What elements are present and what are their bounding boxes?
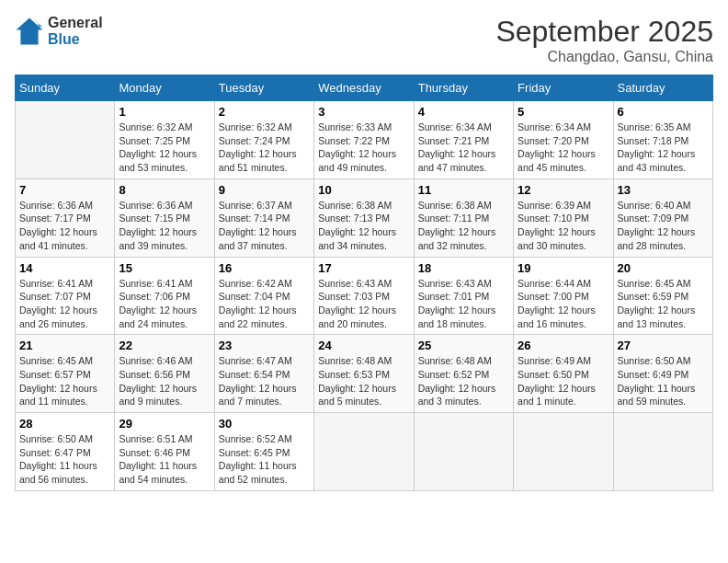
day-info: Sunrise: 6:42 AMSunset: 7:04 PMDaylight:… — [219, 277, 310, 331]
calendar-cell: 10Sunrise: 6:38 AMSunset: 7:13 PMDayligh… — [314, 178, 414, 257]
calendar-cell — [414, 413, 513, 491]
calendar-cell: 12Sunrise: 6:39 AMSunset: 7:10 PMDayligh… — [514, 178, 613, 257]
calendar-cell: 8Sunrise: 6:36 AMSunset: 7:15 PMDaylight… — [115, 178, 214, 257]
day-info: Sunrise: 6:35 AMSunset: 7:18 PMDaylight:… — [618, 121, 709, 175]
calendar-cell: 24Sunrise: 6:48 AMSunset: 6:53 PMDayligh… — [314, 335, 414, 413]
day-number: 9 — [219, 183, 310, 197]
calendar-cell: 2Sunrise: 6:32 AMSunset: 7:24 PMDaylight… — [214, 101, 313, 179]
calendar-cell: 28Sunrise: 6:50 AMSunset: 6:47 PMDayligh… — [16, 413, 115, 491]
column-header-friday: Friday — [514, 75, 613, 101]
calendar-cell — [514, 413, 613, 491]
column-header-tuesday: Tuesday — [214, 75, 313, 101]
day-info: Sunrise: 6:48 AMSunset: 6:53 PMDaylight:… — [318, 354, 409, 408]
calendar-cell: 5Sunrise: 6:34 AMSunset: 7:20 PMDaylight… — [514, 101, 613, 179]
day-number: 7 — [19, 183, 110, 197]
day-number: 30 — [219, 417, 310, 431]
calendar-cell: 19Sunrise: 6:44 AMSunset: 7:00 PMDayligh… — [514, 257, 613, 335]
day-info: Sunrise: 6:50 AMSunset: 6:49 PMDaylight:… — [618, 354, 709, 408]
day-info: Sunrise: 6:34 AMSunset: 7:21 PMDaylight:… — [418, 121, 509, 175]
location: Changdao, Gansu, China — [495, 49, 713, 65]
column-header-saturday: Saturday — [613, 75, 712, 101]
week-row-4: 21Sunrise: 6:45 AMSunset: 6:57 PMDayligh… — [16, 335, 713, 413]
day-info: Sunrise: 6:41 AMSunset: 7:06 PMDaylight:… — [119, 277, 210, 331]
day-info: Sunrise: 6:40 AMSunset: 7:09 PMDaylight:… — [618, 199, 709, 253]
calendar-header-row: SundayMondayTuesdayWednesdayThursdayFrid… — [16, 75, 713, 101]
calendar-cell — [613, 413, 712, 491]
day-number: 27 — [618, 339, 709, 352]
day-number: 26 — [518, 339, 609, 352]
page-header: General Blue September 2025 Changdao, Ga… — [15, 15, 713, 65]
calendar-cell: 20Sunrise: 6:45 AMSunset: 6:59 PMDayligh… — [613, 257, 712, 335]
calendar-cell: 18Sunrise: 6:43 AMSunset: 7:01 PMDayligh… — [414, 257, 513, 335]
day-number: 23 — [219, 339, 310, 352]
day-info: Sunrise: 6:50 AMSunset: 6:47 PMDaylight:… — [19, 432, 110, 487]
day-number: 21 — [19, 339, 110, 352]
calendar-cell: 26Sunrise: 6:49 AMSunset: 6:50 PMDayligh… — [514, 335, 613, 413]
logo-text: General Blue — [48, 15, 103, 48]
logo: General Blue — [15, 15, 103, 48]
month-title: September 2025 — [495, 15, 713, 49]
day-number: 2 — [219, 105, 310, 119]
column-header-monday: Monday — [115, 75, 214, 101]
day-info: Sunrise: 6:32 AMSunset: 7:25 PMDaylight:… — [119, 121, 210, 175]
day-number: 10 — [318, 183, 409, 197]
day-info: Sunrise: 6:51 AMSunset: 6:46 PMDaylight:… — [119, 432, 210, 487]
day-number: 17 — [318, 261, 409, 275]
day-number: 14 — [19, 261, 110, 275]
calendar-cell: 3Sunrise: 6:33 AMSunset: 7:22 PMDaylight… — [314, 101, 414, 179]
calendar-cell: 1Sunrise: 6:32 AMSunset: 7:25 PMDaylight… — [115, 101, 214, 179]
day-info: Sunrise: 6:38 AMSunset: 7:11 PMDaylight:… — [418, 199, 509, 253]
column-header-thursday: Thursday — [414, 75, 513, 101]
day-number: 28 — [19, 417, 110, 431]
calendar-cell: 29Sunrise: 6:51 AMSunset: 6:46 PMDayligh… — [115, 413, 214, 491]
calendar-cell: 23Sunrise: 6:47 AMSunset: 6:54 PMDayligh… — [214, 335, 313, 413]
calendar-table: SundayMondayTuesdayWednesdayThursdayFrid… — [15, 75, 713, 491]
day-number: 22 — [119, 339, 210, 352]
calendar-cell: 16Sunrise: 6:42 AMSunset: 7:04 PMDayligh… — [214, 257, 313, 335]
day-number: 29 — [119, 417, 210, 431]
column-header-sunday: Sunday — [16, 75, 115, 101]
day-info: Sunrise: 6:41 AMSunset: 7:07 PMDaylight:… — [19, 277, 110, 331]
day-number: 8 — [119, 183, 210, 197]
calendar-cell: 4Sunrise: 6:34 AMSunset: 7:21 PMDaylight… — [414, 101, 513, 179]
title-block: September 2025 Changdao, Gansu, China — [495, 15, 713, 65]
day-info: Sunrise: 6:43 AMSunset: 7:03 PMDaylight:… — [318, 277, 409, 331]
calendar-body: 1Sunrise: 6:32 AMSunset: 7:25 PMDaylight… — [16, 101, 713, 491]
day-info: Sunrise: 6:36 AMSunset: 7:17 PMDaylight:… — [19, 199, 110, 253]
day-number: 3 — [318, 105, 409, 119]
day-number: 18 — [418, 261, 509, 275]
day-info: Sunrise: 6:43 AMSunset: 7:01 PMDaylight:… — [418, 277, 509, 331]
day-number: 11 — [418, 183, 509, 197]
calendar-cell: 11Sunrise: 6:38 AMSunset: 7:11 PMDayligh… — [414, 178, 513, 257]
day-info: Sunrise: 6:44 AMSunset: 7:00 PMDaylight:… — [518, 277, 609, 331]
day-number: 4 — [418, 105, 509, 119]
day-info: Sunrise: 6:32 AMSunset: 7:24 PMDaylight:… — [219, 121, 310, 175]
day-number: 6 — [618, 105, 709, 119]
week-row-3: 14Sunrise: 6:41 AMSunset: 7:07 PMDayligh… — [16, 257, 713, 335]
day-info: Sunrise: 6:34 AMSunset: 7:20 PMDaylight:… — [518, 121, 609, 175]
calendar-cell: 27Sunrise: 6:50 AMSunset: 6:49 PMDayligh… — [613, 335, 712, 413]
day-info: Sunrise: 6:36 AMSunset: 7:15 PMDaylight:… — [119, 199, 210, 253]
calendar-cell: 7Sunrise: 6:36 AMSunset: 7:17 PMDaylight… — [16, 178, 115, 257]
day-info: Sunrise: 6:45 AMSunset: 6:59 PMDaylight:… — [618, 277, 709, 331]
calendar-cell: 21Sunrise: 6:45 AMSunset: 6:57 PMDayligh… — [16, 335, 115, 413]
day-number: 19 — [518, 261, 609, 275]
day-info: Sunrise: 6:47 AMSunset: 6:54 PMDaylight:… — [219, 354, 310, 408]
calendar-cell: 9Sunrise: 6:37 AMSunset: 7:14 PMDaylight… — [214, 178, 313, 257]
day-info: Sunrise: 6:38 AMSunset: 7:13 PMDaylight:… — [318, 199, 409, 253]
calendar-cell: 17Sunrise: 6:43 AMSunset: 7:03 PMDayligh… — [314, 257, 414, 335]
logo-icon — [15, 17, 44, 46]
column-header-wednesday: Wednesday — [314, 75, 414, 101]
calendar-cell — [16, 101, 115, 179]
calendar-cell: 13Sunrise: 6:40 AMSunset: 7:09 PMDayligh… — [613, 178, 712, 257]
day-number: 12 — [518, 183, 609, 197]
day-number: 15 — [119, 261, 210, 275]
day-info: Sunrise: 6:37 AMSunset: 7:14 PMDaylight:… — [219, 199, 310, 253]
day-info: Sunrise: 6:48 AMSunset: 6:52 PMDaylight:… — [418, 354, 509, 408]
week-row-2: 7Sunrise: 6:36 AMSunset: 7:17 PMDaylight… — [16, 178, 713, 257]
day-number: 1 — [119, 105, 210, 119]
week-row-5: 28Sunrise: 6:50 AMSunset: 6:47 PMDayligh… — [16, 413, 713, 491]
calendar-cell: 22Sunrise: 6:46 AMSunset: 6:56 PMDayligh… — [115, 335, 214, 413]
day-info: Sunrise: 6:45 AMSunset: 6:57 PMDaylight:… — [19, 354, 110, 408]
svg-marker-0 — [17, 18, 43, 45]
